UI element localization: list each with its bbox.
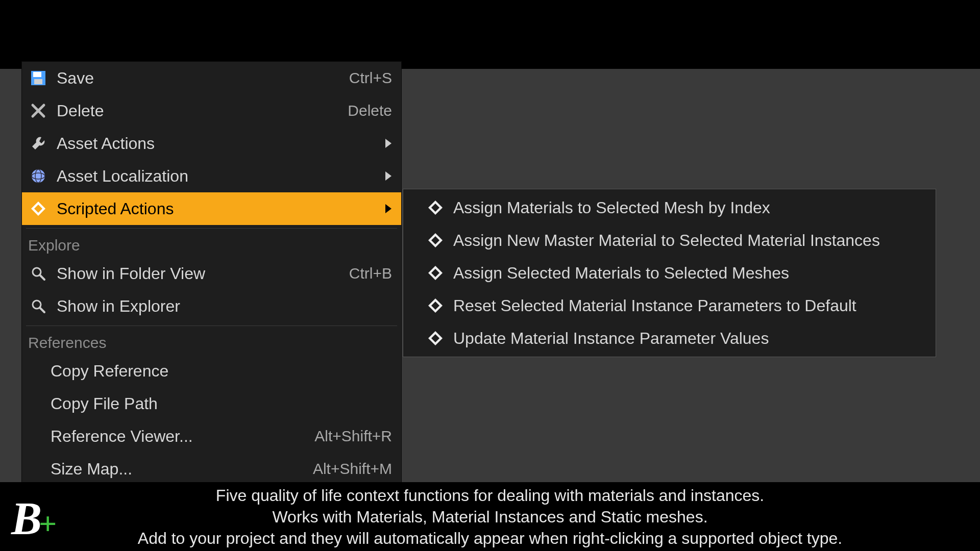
menu-item-shortcut: Ctrl+B [349, 265, 392, 282]
menu-item-label: Save [57, 69, 94, 88]
menu-item-scripted-actions[interactable]: Scripted Actions [22, 192, 401, 225]
diamond-icon [427, 329, 444, 347]
menu-item-label: Show in Folder View [57, 264, 205, 283]
menu-item-label: Assign Selected Materials to Selected Me… [453, 264, 789, 283]
menu-item-label: Delete [57, 102, 104, 120]
scripted-actions-submenu: Assign Materials to Selected Mesh by Ind… [403, 189, 936, 357]
magnifier-icon [29, 297, 47, 315]
svg-line-9 [40, 308, 44, 312]
diamond-icon [427, 231, 444, 249]
svg-point-3 [32, 169, 45, 183]
diamond-icon [29, 199, 47, 218]
caption-bar: Five quality of life context functions f… [0, 482, 980, 551]
menu-item-label: Asset Actions [57, 134, 155, 153]
section-header-explore: Explore [22, 232, 401, 257]
menu-item-asset-localization[interactable]: Asset Localization [22, 160, 401, 192]
menu-item-reference-viewer[interactable]: Reference Viewer... Alt+Shift+R [22, 420, 401, 453]
menu-separator [26, 325, 397, 326]
magnifier-icon [29, 264, 47, 283]
menu-item-shortcut: Alt+Shift+R [314, 428, 392, 445]
menu-item-label: Copy File Path [51, 394, 158, 413]
menu-item-copy-file-path[interactable]: Copy File Path [22, 387, 401, 420]
logo-letter: B [11, 492, 42, 545]
menu-item-asset-actions[interactable]: Asset Actions [22, 127, 401, 160]
brand-logo: B+ [11, 492, 57, 545]
menu-separator [26, 228, 397, 229]
save-icon [29, 69, 47, 87]
caption-line-3: Add to your project and they will automa… [138, 528, 842, 549]
context-menu: Save Ctrl+S Delete Delete Asset Actions [21, 61, 402, 488]
menu-item-label: Update Material Instance Parameter Value… [453, 329, 769, 348]
submenu-item-update-params[interactable]: Update Material Instance Parameter Value… [403, 322, 936, 355]
submenu-item-assign-master[interactable]: Assign New Master Material to Selected M… [403, 224, 936, 257]
submenu-item-assign-selected[interactable]: Assign Selected Materials to Selected Me… [403, 257, 936, 289]
menu-item-save[interactable]: Save Ctrl+S [22, 62, 401, 94]
logo-plus: + [39, 506, 57, 542]
menu-item-shortcut: Alt+Shift+M [313, 460, 392, 478]
diamond-icon [427, 264, 444, 282]
menu-item-delete[interactable]: Delete Delete [22, 94, 401, 127]
menu-item-label: Assign New Master Material to Selected M… [453, 231, 880, 250]
submenu-arrow-icon [385, 204, 392, 213]
submenu-arrow-icon [385, 171, 392, 181]
diamond-icon [427, 198, 444, 217]
menu-item-label: Reference Viewer... [51, 427, 193, 446]
section-header-references: References [22, 329, 401, 355]
menu-item-label: Scripted Actions [57, 199, 174, 218]
caption-line-1: Five quality of life context functions f… [138, 485, 842, 506]
submenu-arrow-icon [385, 139, 392, 148]
close-x-icon [29, 102, 47, 120]
submenu-item-assign-by-index[interactable]: Assign Materials to Selected Mesh by Ind… [403, 191, 936, 224]
svg-rect-1 [33, 72, 41, 77]
svg-line-7 [40, 275, 44, 280]
globe-icon [29, 167, 47, 185]
caption-line-2: Works with Materials, Material Instances… [138, 506, 842, 528]
svg-rect-2 [34, 79, 42, 84]
menu-item-label: Reset Selected Material Instance Paramet… [453, 296, 856, 315]
menu-item-size-map[interactable]: Size Map... Alt+Shift+M [22, 453, 401, 485]
menu-item-label: Assign Materials to Selected Mesh by Ind… [453, 198, 770, 217]
diamond-icon [427, 296, 444, 315]
menu-item-show-folder-view[interactable]: Show in Folder View Ctrl+B [22, 257, 401, 290]
menu-item-label: Copy Reference [51, 362, 168, 381]
wrench-icon [29, 134, 47, 153]
menu-item-label: Asset Localization [57, 167, 188, 186]
menu-item-label: Show in Explorer [57, 297, 180, 316]
menu-item-show-explorer[interactable]: Show in Explorer [22, 290, 401, 322]
menu-item-copy-reference[interactable]: Copy Reference [22, 355, 401, 387]
menu-item-shortcut: Delete [348, 102, 392, 119]
submenu-item-reset-params[interactable]: Reset Selected Material Instance Paramet… [403, 289, 936, 322]
menu-item-label: Size Map... [51, 460, 132, 479]
menu-item-shortcut: Ctrl+S [349, 69, 392, 87]
